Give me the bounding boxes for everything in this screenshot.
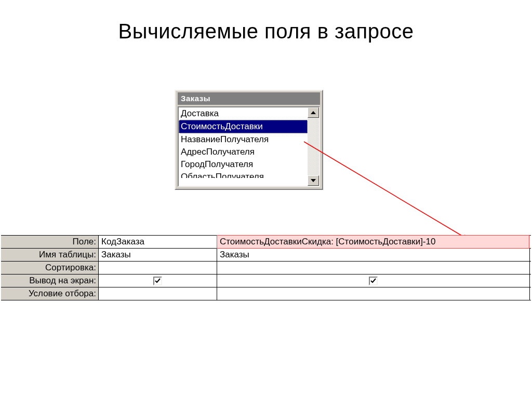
field-cell[interactable]: КодЗаказа (99, 236, 217, 248)
query-design-grid: Поле: КодЗаказа СтоимостьДоставкиСкидка:… (1, 235, 531, 300)
row-label-field: Поле: (1, 236, 99, 248)
table-field-panel: Заказы Доставка СтоимостьДоставки Назван… (175, 90, 323, 190)
show-checkbox[interactable] (153, 277, 162, 285)
sort-cell[interactable] (99, 262, 217, 274)
chevron-down-icon (311, 179, 316, 182)
row-label-show: Вывод на экран: (1, 275, 99, 287)
field-item-selected[interactable]: СтоимостьДоставки (179, 120, 308, 133)
check-icon (370, 278, 376, 283)
svg-marker-1 (311, 179, 316, 182)
show-cell[interactable] (217, 275, 530, 287)
field-item[interactable]: ГородПолучателя (179, 158, 308, 171)
chevron-up-icon (311, 111, 316, 114)
sort-cell[interactable] (217, 262, 530, 274)
field-item[interactable]: Доставка (179, 107, 308, 120)
scrollbar[interactable] (308, 107, 319, 186)
field-item[interactable]: ОбластьПолучателя (179, 171, 308, 178)
svg-line-3 (304, 142, 469, 240)
annotation-arrow (302, 140, 479, 246)
row-label-criteria: Условие отбора: (1, 287, 99, 300)
field-item[interactable]: АдресПолучателя (179, 146, 308, 158)
slide-title: Вычисляемые поля в запросе (0, 0, 532, 43)
show-cell[interactable] (99, 275, 217, 287)
row-label-table: Имя таблицы: (1, 249, 99, 261)
show-checkbox[interactable] (369, 277, 378, 285)
check-icon (155, 278, 161, 283)
table-cell[interactable]: Заказы (99, 249, 217, 261)
field-list[interactable]: Доставка СтоимостьДоставки НазваниеПолуч… (178, 106, 320, 187)
field-item[interactable]: НазваниеПолучателя (179, 133, 308, 146)
criteria-cell[interactable] (99, 287, 217, 300)
field-cell-computed[interactable]: СтоимостьДоставкиСкидка: [СтоимостьДоста… (217, 235, 529, 249)
row-label-sort: Сортировка: (1, 262, 99, 274)
scroll-up-button[interactable] (308, 107, 319, 118)
panel-title: Заказы (178, 92, 320, 105)
table-cell[interactable]: Заказы (217, 249, 530, 261)
svg-marker-0 (311, 111, 316, 114)
scroll-down-button[interactable] (308, 175, 319, 186)
criteria-cell[interactable] (217, 287, 530, 300)
